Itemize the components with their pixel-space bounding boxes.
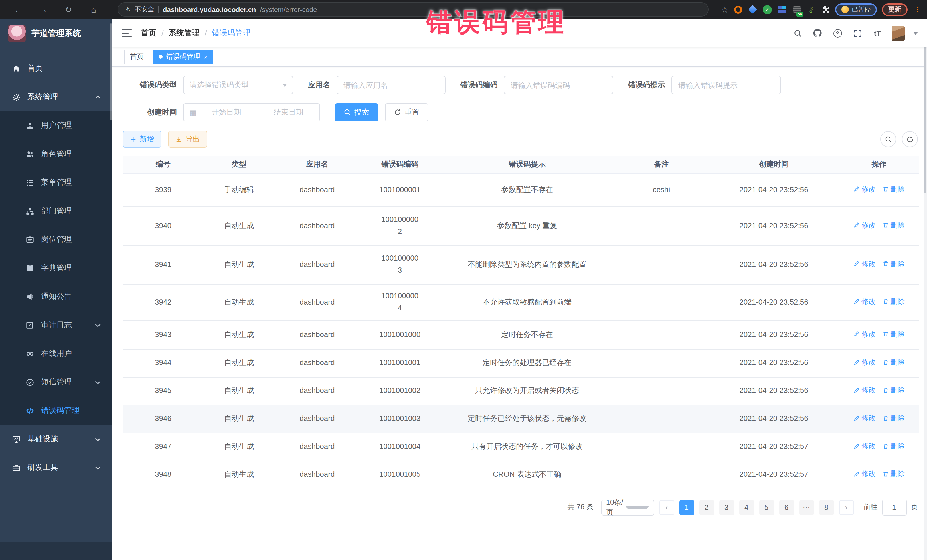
next-page-button[interactable]: ›	[839, 500, 854, 514]
extension-green-icon[interactable]: ✓	[763, 5, 772, 14]
page-button-6[interactable]: 6	[779, 500, 794, 514]
sidebar-item-13[interactable]: 错误码管理	[0, 396, 112, 425]
edit-link[interactable]: 修改	[853, 357, 876, 368]
app-logo-row[interactable]: 芋道管理系统	[0, 19, 112, 47]
page-size-select[interactable]: 10条/页	[601, 499, 654, 515]
user-avatar[interactable]	[892, 25, 905, 41]
extension-grid-icon[interactable]	[777, 5, 787, 14]
address-bar[interactable]: ⚠ 不安全 dashboard.yudao.iocoder.cn/system/…	[117, 2, 709, 17]
edit-link[interactable]: 修改	[853, 440, 876, 452]
sidebar-item-6[interactable]: 部门管理	[0, 197, 112, 225]
delete-link[interactable]: 删除	[883, 385, 905, 396]
cell-created: 2021-04-20 23:52:56	[708, 349, 839, 377]
edit-link[interactable]: 修改	[853, 220, 876, 231]
cell-operations: 修改删除	[839, 377, 919, 405]
error-code-input[interactable]	[504, 76, 613, 94]
font-size-icon[interactable]: tT	[872, 27, 883, 39]
search-button[interactable]: 搜索	[335, 103, 378, 121]
delete-link[interactable]: 删除	[883, 184, 905, 195]
error-msg-input[interactable]	[672, 76, 781, 94]
extension-gem-icon[interactable]	[748, 5, 758, 14]
export-button[interactable]: 导出	[168, 131, 207, 148]
edit-link[interactable]: 修改	[853, 296, 876, 307]
insecure-label[interactable]: 不安全	[135, 5, 154, 14]
delete-link-label: 删除	[891, 184, 905, 195]
delete-link[interactable]: 删除	[883, 258, 905, 270]
hamburger-icon[interactable]	[122, 29, 132, 37]
browser-back-icon[interactable]: ←	[12, 3, 24, 16]
tab-close-icon[interactable]: ×	[204, 53, 207, 60]
chevron-down-icon	[94, 463, 102, 472]
sidebar-item-12[interactable]: 短信管理	[0, 368, 112, 396]
edit-link[interactable]: 修改	[853, 328, 876, 340]
sidebar-item-4[interactable]: 角色管理	[0, 140, 112, 168]
delete-link[interactable]: 删除	[883, 469, 905, 480]
breadcrumb-system[interactable]: 系统管理	[169, 28, 200, 38]
edit-link[interactable]: 修改	[853, 385, 876, 396]
app-name-input[interactable]	[337, 76, 445, 94]
sidebar-item-9[interactable]: 通知公告	[0, 282, 112, 311]
date-range-picker[interactable]: ▦ 开始日期 - 结束日期	[183, 103, 320, 121]
page-ellipsis[interactable]: ···	[799, 500, 814, 514]
page-button-3[interactable]: 3	[719, 500, 734, 514]
cell-operations: 修改删除	[839, 433, 919, 461]
error-type-select[interactable]: 请选择错误码类型	[183, 76, 293, 94]
help-icon[interactable]: ?	[832, 27, 843, 39]
tab-error-code[interactable]: 错误码管理 ×	[153, 49, 213, 64]
sidebar-item-1[interactable]: 首页	[0, 54, 112, 83]
github-icon[interactable]	[812, 27, 823, 39]
refresh-button[interactable]	[902, 131, 918, 147]
browser-home-icon[interactable]: ⌂	[87, 3, 100, 16]
sidebar-item-2[interactable]: 系统管理	[0, 83, 112, 111]
delete-link[interactable]: 删除	[883, 440, 905, 452]
toggle-search-button[interactable]	[880, 131, 896, 147]
browser-forward-icon[interactable]: →	[37, 3, 50, 16]
edit-link[interactable]: 修改	[853, 184, 876, 195]
sidebar-item-11[interactable]: 在线用户	[0, 339, 112, 368]
goto-page-input[interactable]	[881, 499, 907, 515]
sidebar-item-3[interactable]: 用户管理	[0, 111, 112, 140]
sidebar-scrollbar[interactable]	[110, 23, 112, 120]
header-search-icon[interactable]	[792, 27, 803, 39]
browser-reload-icon[interactable]: ↻	[62, 3, 75, 16]
edit-link[interactable]: 修改	[853, 469, 876, 480]
edit-link[interactable]: 修改	[853, 413, 876, 424]
reset-button[interactable]: 重置	[385, 103, 429, 121]
tab-home[interactable]: 首页	[125, 49, 149, 64]
sidebar-item-15[interactable]: 研发工具	[0, 453, 112, 482]
extension-key-icon[interactable]: ⚷	[807, 5, 815, 14]
sidebar-item-7[interactable]: 岗位管理	[0, 225, 112, 254]
add-button[interactable]: 新增	[123, 131, 161, 148]
delete-link[interactable]: 删除	[883, 296, 905, 307]
breadcrumb-home[interactable]: 首页	[141, 28, 156, 38]
user-menu-caret-icon[interactable]	[913, 32, 918, 35]
extensions-puzzle-icon[interactable]	[820, 5, 830, 14]
delete-link[interactable]: 删除	[883, 328, 905, 340]
profile-paused-chip[interactable]: 已暂停	[835, 3, 877, 16]
page-button-2[interactable]: 2	[699, 500, 714, 514]
breadcrumb: 首页 / 系统管理 / 错误码管理	[141, 28, 251, 38]
sidebar-item-14[interactable]: 基础设施	[0, 425, 112, 453]
sidebar-item-10[interactable]: 审计日志	[0, 311, 112, 339]
delete-link[interactable]: 删除	[883, 357, 905, 368]
edit-link[interactable]: 修改	[853, 258, 876, 270]
window-scrollbar[interactable]	[924, 19, 927, 560]
cell-id: 3946	[123, 405, 204, 433]
bookmark-star-icon[interactable]: ☆	[721, 5, 728, 14]
sidebar-item-8[interactable]: 字典管理	[0, 254, 112, 282]
prev-page-button[interactable]: ‹	[659, 500, 674, 514]
page-button-1[interactable]: 1	[679, 500, 694, 514]
cell-operations: 修改删除	[839, 461, 919, 489]
page-button-4[interactable]: 4	[739, 500, 754, 514]
browser-menu-icon[interactable]: ⋮	[914, 5, 921, 14]
cell-app: dashboard	[274, 206, 360, 245]
fullscreen-icon[interactable]	[852, 27, 863, 39]
page-button-8[interactable]: 8	[819, 500, 834, 514]
extension-orange-icon[interactable]	[733, 5, 743, 14]
page-button-5[interactable]: 5	[759, 500, 774, 514]
delete-link[interactable]: 删除	[883, 413, 905, 424]
delete-link[interactable]: 删除	[883, 220, 905, 231]
update-button[interactable]: 更新	[882, 3, 907, 16]
extension-tampermonkey-icon[interactable]: on	[792, 5, 801, 14]
sidebar-item-5[interactable]: 菜单管理	[0, 168, 112, 197]
